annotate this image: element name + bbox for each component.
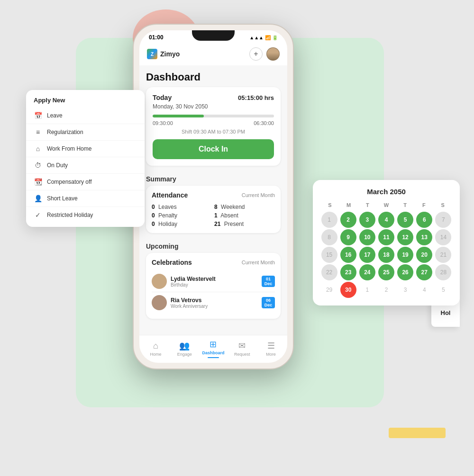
apply-comp-off[interactable]: 📆 Compensatory off [26, 174, 145, 190]
cal-day-25[interactable]: 25 [378, 264, 394, 280]
cal-day-23[interactable]: 23 [340, 264, 356, 280]
cal-day-12[interactable]: 12 [397, 229, 413, 245]
status-time: 01:00 [149, 34, 164, 41]
wd-tue: T [358, 201, 377, 209]
logo-area: Z Zimyo [147, 49, 180, 59]
cal-day-29[interactable]: 29 [321, 282, 337, 298]
penalty-label: Penalty [158, 212, 177, 219]
short-leave-label: Short Leave [47, 195, 78, 202]
engage-icon: 👥 [179, 341, 190, 351]
app-header: Z Zimyo + [139, 43, 287, 65]
cal-day-30[interactable]: 30 [340, 282, 356, 298]
cal-day-26[interactable]: 26 [397, 264, 413, 280]
cal-day-9[interactable]: 9 [340, 229, 356, 245]
cal-day-24[interactable]: 24 [359, 264, 375, 280]
clock-in-button[interactable]: Clock In [153, 139, 274, 159]
apply-short-leave[interactable]: 👤 Short Leave [26, 190, 145, 207]
calendar-grid: 1234567891011121314151617181920212223242… [320, 212, 452, 298]
cal-day-5[interactable]: 5 [397, 212, 413, 228]
apply-wfh[interactable]: ⌂ Work From Home [26, 141, 145, 157]
cal-day-21[interactable]: 21 [435, 247, 451, 263]
cal-day-16[interactable]: 16 [340, 247, 356, 263]
today-date: Monday, 30 Nov 2050 [153, 103, 274, 110]
date-badge-2: 06 Dec [262, 297, 275, 308]
avatar[interactable] [266, 47, 280, 61]
holiday-item: 0 Holiday [152, 221, 212, 227]
celebrations-label: Celebrations [152, 259, 192, 266]
cal-day-2[interactable]: 2 [378, 282, 394, 298]
shift-text: Shift 09:30 AM to 07:30 PM [153, 129, 274, 135]
wfh-label: Work From Home [47, 145, 91, 152]
cal-day-1[interactable]: 1 [359, 282, 375, 298]
nav-item-more[interactable]: ☰ More [256, 341, 285, 357]
page-title: Dashboard [146, 65, 281, 87]
cal-day-4[interactable]: 4 [416, 282, 432, 298]
nav-active-indicator [208, 357, 219, 358]
upcoming-section-title: Upcoming [146, 239, 281, 253]
nav-item-request[interactable]: ✉ Request [228, 341, 256, 357]
cal-day-18[interactable]: 18 [378, 247, 394, 263]
calendar-panel: March 2050 S M T W T F S 123456789101112… [313, 180, 460, 305]
cal-day-5[interactable]: 5 [435, 282, 451, 298]
wd-sun: S [320, 201, 339, 209]
time-range: 09:30:00 06:30:00 [153, 120, 274, 126]
cal-day-3[interactable]: 3 [359, 212, 375, 228]
more-icon: ☰ [267, 341, 275, 351]
nav-item-engage[interactable]: 👥 Engage [170, 341, 199, 357]
person-info-1: Lydia Westervelt Birthday [171, 276, 258, 287]
summary-card: Attendance Current Month 0 Leaves 8 Week… [146, 186, 281, 233]
cal-day-4[interactable]: 4 [378, 212, 394, 228]
logo-icon: Z [147, 49, 157, 59]
phone-notch [192, 30, 235, 41]
cal-day-8[interactable]: 8 [321, 229, 337, 245]
cal-day-3[interactable]: 3 [397, 282, 413, 298]
summary-header: Attendance Current Month [152, 191, 275, 199]
person-type-2: Work Anniversary [171, 304, 258, 309]
cal-day-13[interactable]: 13 [416, 229, 432, 245]
wd-fri: F [415, 201, 434, 209]
home-icon: ⌂ [153, 341, 158, 351]
celebration-item-1: Lydia Westervelt Birthday 01 Dec [152, 271, 275, 292]
add-button[interactable]: + [249, 47, 263, 61]
apply-regularization[interactable]: ≡ Regularization [26, 124, 145, 141]
cal-day-27[interactable]: 27 [416, 264, 432, 280]
present-item: 21 Present [214, 221, 275, 227]
cal-day-14[interactable]: 14 [435, 229, 451, 245]
cal-day-11[interactable]: 11 [378, 229, 394, 245]
cal-day-19[interactable]: 19 [397, 247, 413, 263]
summary-period: Current Month [242, 192, 275, 198]
apply-leave[interactable]: 📅 Leave [26, 108, 145, 124]
nav-label-dashboard: Dashboard [202, 350, 224, 355]
phone-frame: 01:00 ▲▲▲ 📶 🔋 Z Zimyo + Dashboard [133, 24, 294, 369]
nav-item-dashboard[interactable]: ⊞ Dashboard [199, 339, 228, 358]
scroll-content[interactable]: Dashboard Today 05:15:00 hrs Monday, 30 … [139, 65, 287, 336]
celebrations-period: Current Month [242, 260, 275, 265]
nav-item-home[interactable]: ⌂ Home [141, 341, 170, 357]
badge-day-1: 01 [264, 277, 273, 281]
person-info-2: Ria Vetrovs Work Anniversary [171, 297, 258, 309]
cal-day-10[interactable]: 10 [359, 229, 375, 245]
comp-off-label: Compensatory off [47, 179, 92, 185]
cal-day-7[interactable]: 7 [435, 212, 451, 228]
cal-day-22[interactable]: 22 [321, 264, 337, 280]
start-time: 09:30:00 [153, 120, 173, 126]
cal-day-6[interactable]: 6 [416, 212, 432, 228]
leave-label: Leave [47, 112, 63, 119]
cal-day-20[interactable]: 20 [416, 247, 432, 263]
wfh-icon: ⌂ [34, 145, 42, 153]
wd-thu: T [396, 201, 415, 209]
penalty-count: 0 [152, 212, 155, 219]
cal-day-28[interactable]: 28 [435, 264, 451, 280]
apply-on-duty[interactable]: ⏱ On Duty [26, 157, 145, 174]
today-label: Today [153, 94, 172, 101]
cal-day-1[interactable]: 1 [321, 212, 337, 228]
short-leave-icon: 👤 [34, 195, 42, 202]
apply-new-title: Apply New [26, 97, 145, 108]
cal-day-15[interactable]: 15 [321, 247, 337, 263]
badge-day-2: 06 [264, 298, 273, 303]
today-card: Today 05:15:00 hrs Monday, 30 Nov 2050 0… [146, 87, 281, 166]
apply-restricted-holiday[interactable]: ✓ Restricted Holiday [26, 207, 145, 223]
cal-day-17[interactable]: 17 [359, 247, 375, 263]
celebrations-header: Celebrations Current Month [152, 259, 275, 266]
cal-day-2[interactable]: 2 [340, 212, 356, 228]
